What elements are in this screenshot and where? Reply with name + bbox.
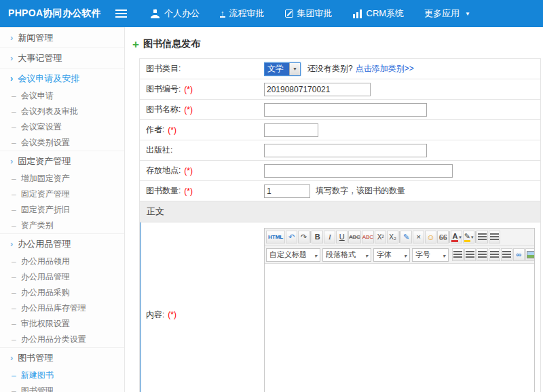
indent-button[interactable] (501, 248, 512, 261)
toolbar-button-glyph: U (339, 233, 345, 241)
page-title-row: + 图书信息发布 (126, 27, 543, 58)
nav-personal-office[interactable]: 个人办公 (150, 7, 200, 20)
nav-label: 集团审批 (297, 7, 333, 20)
sidebar-item-fixed-assets[interactable]: 固定资产管理 (0, 151, 124, 171)
caret-down-icon: ▼ (465, 11, 470, 17)
sidebar-item-label: 办公用品管理 (21, 271, 70, 283)
sidebar-item-marker-icon (12, 387, 16, 392)
source-button[interactable]: HTML (266, 231, 285, 243)
toolbar-button-glyph: X₂ (389, 234, 396, 241)
category-select[interactable]: 文学 ▼ (264, 62, 301, 76)
sidebar-item-meeting-apply[interactable]: 会议申请 (0, 88, 124, 104)
align-right-button[interactable] (476, 248, 488, 261)
sidebar-item-supplies-classification[interactable]: 办公用品分类设置 (0, 332, 124, 347)
sidebar-item-marker-icon (12, 174, 16, 184)
nav-label: 流程审批 (229, 7, 265, 20)
toolbar-button-glyph: HTML (267, 235, 284, 240)
paragraph-format-select[interactable]: 段落格式 (322, 248, 371, 262)
toolbar-button-glyph (527, 251, 535, 258)
superscript-button[interactable]: X² (375, 231, 386, 243)
text-input[interactable] (264, 123, 318, 137)
sidebar-item-book-management[interactable]: 图书管理 (0, 347, 124, 368)
highlight-color-button[interactable]: ✎ (463, 231, 474, 243)
sidebar-item-fixed-asset-depreciation[interactable]: 固定资产折旧 (0, 202, 124, 218)
nav-label: 更多应用 (424, 7, 460, 20)
eraser-button[interactable]: × (413, 231, 424, 243)
strikethrough-button[interactable]: ABC (348, 231, 360, 243)
emoticon-button[interactable]: ☺ (425, 231, 436, 243)
sidebar-item-meeting-list-approval[interactable]: 会议列表及审批 (0, 104, 124, 119)
nav-label: CRM系统 (367, 7, 405, 20)
required-marker: (*) (184, 85, 193, 94)
toolbar-button-glyph (490, 251, 499, 258)
plus-icon: + (132, 39, 139, 50)
sidebar-item-memorabilia-management[interactable]: 大事记管理 (0, 47, 124, 68)
font-color-button[interactable]: A (451, 231, 462, 243)
field-label-cell: 图书名称: (*) (140, 100, 264, 119)
ordered-list-button[interactable] (489, 231, 500, 243)
add-category-link[interactable]: 点击添加类别>> (356, 63, 414, 75)
sidebar-item-supplies-inventory[interactable]: 办公用品库存管理 (0, 300, 124, 316)
align-justify-button[interactable] (489, 248, 500, 261)
field-label: 图书编号: (146, 83, 181, 95)
font-size-select[interactable]: 字号 (412, 248, 449, 262)
bold-button[interactable]: B (312, 231, 323, 243)
text-input[interactable] (264, 103, 427, 117)
italic-button[interactable]: I (324, 231, 335, 243)
sidebar-item-add-fixed-asset[interactable]: 增加固定资产 (0, 171, 124, 187)
redo-button[interactable]: ↷ (298, 231, 310, 243)
field-label: 内容: (146, 309, 164, 321)
sidebar-item-supplies-requisition[interactable]: 办公用品领用 (0, 254, 124, 269)
undo-button[interactable]: ↶ (286, 231, 297, 243)
sidebar-item-new-book[interactable]: 新建图书 (0, 368, 124, 383)
editor-toolbar-row-2: 自定义标题 段落格式 字体 (265, 246, 534, 264)
sidebar-item-marker-icon (12, 107, 16, 117)
field-label: 图书名称: (146, 104, 181, 115)
image-button[interactable] (525, 248, 534, 261)
field-label: 出版社: (146, 144, 172, 156)
remove-format-button[interactable]: ABC (362, 231, 374, 243)
nav-process-approval[interactable]: ↑ 流程审批 (220, 7, 265, 20)
sidebar-item-book-management-child[interactable]: 图书管理 (0, 383, 124, 392)
sidebar-item-asset-category[interactable]: 资产类别 (0, 218, 124, 233)
subscript-button[interactable]: X₂ (387, 231, 398, 243)
text-input[interactable] (264, 184, 310, 198)
nav-crm-system[interactable]: CRM系统 (353, 7, 405, 20)
sidebar-item-label: 会议类别设置 (21, 137, 70, 149)
blockquote-button[interactable]: 66 (437, 231, 449, 243)
sidebar-item-approval-permission[interactable]: 审批权限设置 (0, 316, 124, 332)
field-control-cell: 文学 ▼ 还没有类别? 点击添加类别>> (264, 59, 540, 79)
sidebar-item-fixed-asset-management[interactable]: 固定资产管理 (0, 187, 124, 202)
align-center-button[interactable] (464, 248, 476, 261)
sidebar-item-meeting-request[interactable]: 会议申请及安排 (0, 68, 124, 88)
sidebar-item-label: 大事记管理 (18, 52, 62, 64)
editor-content-area[interactable] (265, 264, 534, 392)
sidebar-item-meeting-category-settings[interactable]: 会议类别设置 (0, 135, 124, 151)
text-input[interactable] (264, 83, 371, 96)
text-input[interactable] (264, 164, 453, 178)
field-control-cell (264, 100, 540, 119)
sidebar-item-supplies-purchase[interactable]: 办公用品采购 (0, 285, 124, 300)
link-button[interactable]: ∞ (513, 248, 525, 261)
toolbar-button-glyph: ABC (362, 235, 373, 240)
font-family-select[interactable]: 字体 (373, 248, 410, 262)
required-marker: (*) (184, 166, 193, 176)
sidebar-item-meeting-room-settings[interactable]: 会议室设置 (0, 119, 124, 135)
caret-down-icon (400, 251, 407, 259)
sidebar-item-office-supplies[interactable]: 办公用品管理 (0, 233, 124, 254)
toolbar-button-glyph: ✎ (464, 233, 470, 242)
format-painter-button[interactable]: ✎ (400, 231, 412, 243)
menu-icon[interactable] (115, 9, 127, 18)
nav-group-approval[interactable]: 集团审批 (285, 7, 333, 20)
sidebar-item-label: 办公用品库存管理 (21, 302, 86, 314)
sidebar-item-label: 固定资产折旧 (21, 204, 70, 216)
sidebar-item-news-management[interactable]: 新闻管理 (0, 27, 124, 47)
text-input[interactable] (264, 144, 427, 157)
underline-button[interactable]: U (336, 231, 348, 243)
unordered-list-button[interactable] (476, 231, 488, 243)
toolbar-separator (475, 231, 476, 243)
heading-select[interactable]: 自定义标题 (266, 248, 320, 262)
nav-more-apps[interactable]: 更多应用 ▼ (424, 7, 470, 20)
align-left-button[interactable] (452, 248, 464, 261)
sidebar-item-supplies-management[interactable]: 办公用品管理 (0, 269, 124, 285)
